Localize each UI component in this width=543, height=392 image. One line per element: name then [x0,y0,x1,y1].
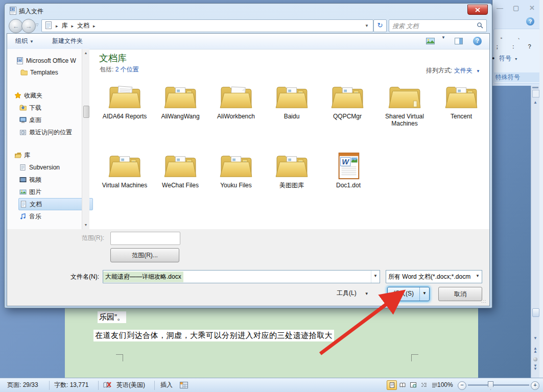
sidebar-item-recent-places[interactable]: 最近访问的位置 [19,127,92,138]
breadcrumb-item-library[interactable]: 库 [62,21,68,30]
close-word-icon[interactable]: ✕ [529,4,535,12]
spellcheck-icon[interactable] [103,381,112,390]
symbol-glyph[interactable]: ？ [527,42,533,51]
help-icon[interactable]: ? [473,37,482,45]
file-item[interactable]: 美图图库 [264,152,319,216]
preview-pane-icon[interactable] [455,38,463,46]
special-symbols-group-label[interactable]: 特殊符号 [494,72,540,82]
symbol-glyph[interactable]: 。 [500,32,506,41]
filetype-dropdown-icon[interactable]: ▼ [474,271,482,283]
cancel-button[interactable]: 取消 [438,287,482,301]
file-item[interactable]: Shared Virtual Machines [377,83,432,148]
recent-pages-dropdown-icon[interactable]: ▽ [36,23,38,27]
browse-object-icon[interactable] [533,357,537,361]
views-icon[interactable] [426,38,435,46]
views-dropdown-icon[interactable]: ▼ [441,35,445,40]
ruler-toggle-icon[interactable] [532,90,539,97]
sidebar-item-music[interactable]: 音乐 [19,211,92,222]
refresh-icon[interactable]: ↻ [373,19,387,32]
macro-record-icon[interactable] [180,382,188,390]
sidebar-item-desktop[interactable]: 桌面 [19,114,92,126]
zoom-out-button[interactable]: − [458,381,466,390]
file-item[interactable]: AIDA64 Reports [97,83,152,148]
scrollbar-thumb[interactable] [83,106,89,118]
split-handle[interactable] [532,87,538,88]
symbol-glyph[interactable]: 、 [517,32,524,41]
new-folder-button[interactable]: 新建文件夹 [52,34,83,48]
insert-mode-indicator[interactable]: 插入 [160,378,173,392]
arrange-value[interactable]: 文件夹 [454,67,473,74]
svg-text:W: W [342,158,349,166]
maximize-icon[interactable]: ▢ [513,4,519,12]
file-item[interactable]: Youku Files [208,152,264,216]
fullscreen-reading-view-button[interactable] [397,380,408,390]
next-page-icon[interactable]: ▼▼ [531,364,539,371]
file-item[interactable]: AliWorkbench [208,83,264,148]
symbol-glyph[interactable]: ： [510,42,516,51]
dialog-resize-grip[interactable]: .:: [481,299,487,304]
organize-menu[interactable]: 组织▼ [15,34,34,49]
file-item[interactable]: QQPCMgr [320,83,375,148]
forward-button[interactable]: → [21,19,36,33]
arrange-by[interactable]: 排列方式: 文件夹 ▼ [426,66,480,75]
word-doc-icon: W [9,7,17,17]
scrollbar-thumb[interactable] [532,308,539,317]
zoom-slider-thumb[interactable] [488,381,493,390]
outline-view-button[interactable] [419,380,429,390]
sidebar-item-downloads[interactable]: 下载 [19,102,92,113]
includes-link[interactable]: 2 个位置 [115,66,139,73]
library-includes: 包括: 2 个位置 [100,65,139,74]
web-layout-view-button[interactable] [408,380,418,390]
scroll-up-icon[interactable]: ▲ [82,51,89,55]
scroll-up-icon[interactable]: ▲ [531,100,539,105]
sidebar-item-subversion[interactable]: Subversion [19,162,92,173]
word-count[interactable]: 字数: 13,771 [54,378,88,392]
back-button[interactable]: ← [9,19,23,33]
scroll-down-icon[interactable]: ▼ [82,223,89,227]
file-item[interactable]: AliWangWang [153,83,208,148]
file-item[interactable]: Virtual Machines [97,152,152,216]
search-box[interactable] [389,19,487,32]
filetype-combobox[interactable]: 所有 Word 文档(*.docx;*.docm ▼ [386,270,482,283]
address-dropdown-icon[interactable]: ▼ [365,23,369,28]
minimize-icon[interactable]: — [497,4,503,12]
file-item[interactable]: W Doc1.dot [321,152,376,216]
symbol-dropdown[interactable]: 符号 ▾ [499,54,517,63]
folder-icon [108,152,141,181]
search-input[interactable] [389,22,477,30]
help-icon[interactable]: ? [526,17,534,26]
crumb-sep: ▸ [72,23,74,29]
previous-page-icon[interactable]: ▲▲ [531,347,539,353]
sidebar-item-videos[interactable]: 视频 [19,174,92,185]
print-layout-view-button[interactable] [387,380,397,390]
search-icon[interactable] [477,21,483,31]
range-button[interactable]: 范围(R)... [110,248,179,262]
sidebar-item-libraries[interactable]: 库 [14,150,87,161]
word-vertical-scrollbar[interactable]: ▲ ▼ ▲▲ ▼▼ [531,86,539,378]
scroll-down-icon[interactable]: ▼ [531,336,539,340]
sidebar-item-msoffice[interactable]: W Microsoft Office W [16,55,89,66]
sidebar-item-favorites[interactable]: 收藏夹 [14,90,87,101]
breadcrumb-item-documents[interactable]: 文档 [77,21,89,30]
file-item[interactable]: Baidu [264,83,319,148]
symbol-glyph[interactable]: ； [494,42,500,51]
insert-dropdown-icon[interactable]: ▼ [419,287,429,301]
filename-dropdown-icon[interactable]: ▼ [371,271,380,283]
file-item[interactable]: WeChat Files [153,152,208,216]
file-item[interactable]: Tencent [434,83,489,148]
filename-combobox[interactable]: 大能遗府——详细攻略.docx ▼ [103,270,380,283]
resize-grip[interactable]: .: [535,384,539,389]
language-indicator[interactable]: 英语(美国) [116,378,145,392]
sidebar-scrollbar[interactable]: ▲ ▼ [82,49,89,229]
zoom-level[interactable]: 100% [437,378,453,392]
range-input[interactable] [110,232,180,245]
close-icon[interactable] [467,5,488,15]
address-bar[interactable]: ▸ 库 ▸ 文档 ▸ ▼ [41,19,373,32]
zoom-slider-track[interactable] [468,384,529,386]
file-label: AliWorkbench [208,113,264,120]
page-count[interactable]: 页面: 29/33 [7,378,38,392]
folder-icon [219,83,253,112]
sidebar-item-pictures[interactable]: 图片 [19,186,92,198]
download-icon [19,104,27,111]
arrange-dropdown-icon[interactable]: ▼ [476,69,480,74]
